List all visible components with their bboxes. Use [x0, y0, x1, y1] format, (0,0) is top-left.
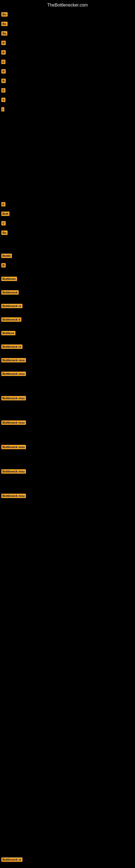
- list-item: B: [0, 50, 9, 55]
- orange-badge: Bottleneck re: [1, 344, 22, 349]
- orange-badge: Bo: [1, 22, 8, 26]
- list-item: Bottlene: [0, 330, 18, 336]
- list-item: Bottle: [0, 253, 15, 258]
- orange-badge: Bottleneck re: [1, 304, 22, 308]
- list-item: Bottleneck resu: [0, 469, 29, 474]
- orange-badge: C: [1, 221, 6, 225]
- orange-badge: Bottleneck d: [1, 317, 21, 322]
- list-item: B: [0, 69, 9, 74]
- site-title: TheBottlenecker.com: [0, 0, 135, 9]
- orange-badge: S: [1, 98, 5, 102]
- orange-badge: Bottleneck re: [1, 858, 22, 862]
- orange-badge: Bottleneck resu: [1, 372, 26, 376]
- orange-badge: |: [1, 107, 4, 112]
- list-item: Bottleneck re: [0, 857, 26, 862]
- orange-badge: Bottleneck resu: [1, 358, 26, 362]
- orange-badge: Bottleneck: [1, 290, 18, 294]
- list-item: Bottlenec: [0, 276, 20, 282]
- orange-badge: B: [1, 50, 6, 55]
- orange-badge: Bottleneck resu: [1, 396, 26, 400]
- orange-badge: E: [1, 88, 5, 93]
- orange-badge: Ba: [1, 31, 7, 35]
- list-item: C: [0, 220, 9, 226]
- list-item: E: [0, 88, 8, 93]
- orange-badge: Bo: [1, 12, 8, 17]
- list-item: B: [0, 262, 9, 268]
- orange-badge: Bottlenec: [1, 277, 17, 281]
- content-area: BoBoBaBBEBBES|EBottCBoBottleBBottlenecBo…: [0, 9, 135, 863]
- orange-badge: Bottlene: [1, 331, 15, 335]
- list-item: Bottleneck re: [0, 303, 26, 309]
- orange-badge: B: [1, 79, 6, 83]
- list-item: Bottleneck d: [0, 317, 24, 322]
- list-item: B: [0, 40, 9, 45]
- orange-badge: B: [1, 263, 6, 268]
- orange-badge: Bottleneck resu: [1, 421, 26, 425]
- orange-badge: Bottleneck resu: [1, 445, 26, 449]
- list-item: |: [0, 106, 7, 112]
- orange-badge: Bo: [1, 230, 8, 235]
- list-item: Bottleneck resu: [0, 444, 29, 450]
- orange-badge: B: [1, 41, 6, 45]
- list-item: Ba: [0, 31, 10, 36]
- orange-badge: Bottle: [1, 254, 12, 258]
- list-item: Bottleneck resu: [0, 358, 29, 363]
- list-item: Bottleneck resu: [0, 420, 29, 425]
- list-item: Bo: [0, 12, 10, 17]
- list-item: Bottleneck re: [0, 344, 26, 349]
- list-item: Bottleneck resu: [0, 493, 29, 499]
- list-item: E: [0, 59, 8, 65]
- orange-badge: Bottleneck resu: [1, 469, 26, 474]
- list-item: Bottleneck: [0, 290, 21, 295]
- orange-badge: Bottleneck resu: [1, 494, 26, 498]
- list-item: E: [0, 202, 8, 207]
- list-item: Bo: [0, 21, 10, 27]
- list-item: Bott: [0, 211, 12, 216]
- orange-badge: B: [1, 69, 6, 73]
- list-item: Bottleneck resu: [0, 371, 29, 376]
- list-item: S: [0, 97, 8, 102]
- list-item: B: [0, 78, 9, 84]
- orange-badge: Bott: [1, 212, 9, 216]
- site-title-text: TheBottlenecker.com: [47, 3, 88, 7]
- orange-badge: E: [1, 60, 5, 64]
- list-item: Bottleneck resu: [0, 396, 29, 401]
- list-item: Bo: [0, 230, 10, 236]
- orange-badge: E: [1, 202, 5, 207]
